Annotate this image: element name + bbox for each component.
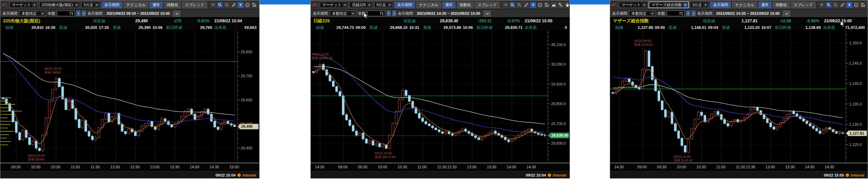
- indexation-button[interactable]: 指数化: [164, 2, 181, 8]
- instrument-select[interactable]: マザーズ総合指数 ▼: [649, 2, 689, 8]
- normal-mode-button[interactable]: 通常: [150, 2, 163, 8]
- count-decrement-button[interactable]: ▼: [387, 11, 391, 16]
- my-chart-icon[interactable]: MY: [251, 2, 257, 8]
- candle: [638, 88, 640, 89]
- wrench-icon[interactable]: [558, 2, 563, 8]
- candlestick-chart[interactable]: 1,125.01,130.01,135.01,140.01,145.01,150…: [610, 31, 868, 162]
- count-decrement-button[interactable]: ▼: [76, 11, 80, 16]
- candlestick-chart[interactable]: 29,40029,50029,60029,70029,80009/22 10:3…: [0, 31, 259, 162]
- count-increment-button[interactable]: ▲: [82, 11, 86, 16]
- count-mode-select[interactable]: 本数指定 ▼: [330, 11, 356, 16]
- chart-area[interactable]: 29,40029,50029,60029,70029,80009/22 10:3…: [0, 31, 259, 162]
- chain-icon: [611, 3, 616, 7]
- link-icon[interactable]: 1: [611, 3, 617, 7]
- normal-mode-button[interactable]: 通常: [442, 2, 455, 8]
- chevron-down-icon: ▼: [650, 12, 655, 15]
- info-icon[interactable]: i: [853, 2, 859, 8]
- area-chart-icon[interactable]: [551, 2, 557, 8]
- yen-icon[interactable]: ¥: [238, 2, 243, 8]
- technical-button[interactable]: テクニカル: [732, 2, 757, 8]
- market-select[interactable]: マーケット ▼: [9, 2, 38, 8]
- yen-icon[interactable]: ¥: [530, 2, 536, 8]
- technical-button[interactable]: テクニカル: [416, 2, 441, 8]
- zoom-in-icon[interactable]: [510, 2, 515, 8]
- my-chart-icon[interactable]: MY: [860, 2, 866, 8]
- chart-window: 1 マーケット ▼ マザーズ総合指数 ▼ 5分足 ▼ 表示期間 テクニカル 通常…: [610, 0, 868, 179]
- background-window-titlebar: [570, 0, 610, 4]
- pencil-icon[interactable]: [523, 2, 529, 8]
- count-mode-select[interactable]: 本数指定 ▼: [629, 11, 656, 16]
- zoom-in-icon[interactable]: [826, 2, 832, 8]
- market-select[interactable]: マーケット ▼: [320, 2, 348, 8]
- pencil-icon[interactable]: [231, 2, 237, 8]
- spread-button[interactable]: スプレッド: [182, 2, 207, 8]
- count-input[interactable]: [667, 11, 685, 16]
- instrument-title: マザーズ総合指数: [613, 18, 703, 24]
- count-input[interactable]: [367, 11, 385, 16]
- timeframe-select-value: 5分足: [692, 2, 702, 8]
- display-period-button[interactable]: 表示期間: [710, 2, 731, 8]
- count-decrement-button[interactable]: ▼: [686, 11, 690, 16]
- reset-period-button[interactable]: ↵: [173, 11, 180, 16]
- instrument-select[interactable]: 日経225 ▼: [349, 2, 372, 8]
- current-price-tag-value: 29,490: [241, 124, 253, 128]
- zoom-out-icon[interactable]: [224, 2, 230, 8]
- y-axis-label: 29,600: [241, 98, 252, 102]
- timeframe-select[interactable]: 5分足 ▼: [374, 2, 393, 8]
- candle: [428, 124, 430, 126]
- pencil-icon[interactable]: [840, 2, 845, 8]
- info-icon[interactable]: i: [537, 2, 543, 8]
- candle: [329, 75, 331, 81]
- zoom-out-icon[interactable]: [516, 2, 522, 8]
- candle: [184, 112, 186, 116]
- candle: [85, 121, 87, 132]
- plus-icon[interactable]: +: [210, 2, 216, 8]
- candle: [645, 51, 647, 69]
- spread-button[interactable]: スプレッド: [791, 2, 816, 8]
- chevron-down-icon: ▼: [32, 3, 37, 7]
- reset-period-button[interactable]: ↵: [484, 11, 491, 16]
- candle: [124, 131, 127, 134]
- chart-annotation: 安値 29390: [28, 157, 44, 161]
- zoom-in-icon[interactable]: [217, 2, 223, 8]
- zoom-out-icon[interactable]: [833, 2, 839, 8]
- indexation-button[interactable]: 指数化: [457, 2, 474, 8]
- plus-icon[interactable]: +: [503, 2, 509, 8]
- indexation-button[interactable]: 指数化: [773, 2, 790, 8]
- count-mode-select[interactable]: 本数指定 ▼: [19, 11, 46, 16]
- info-icon[interactable]: i: [245, 2, 250, 8]
- candle: [757, 107, 759, 110]
- time-axis-label: 12:00: [110, 165, 120, 169]
- chart-area[interactable]: 29,600.029,700.029,800.029,900.030,000.0…: [311, 31, 570, 162]
- candle: [359, 133, 361, 135]
- count-input[interactable]: [57, 11, 75, 16]
- count-increment-button[interactable]: ▲: [692, 11, 695, 16]
- yen-icon[interactable]: ¥: [846, 2, 852, 8]
- y-axis-label: 29,900.0: [551, 82, 566, 86]
- technical-button[interactable]: テクニカル: [123, 2, 148, 8]
- spread-button[interactable]: スプレッド: [475, 2, 500, 8]
- reset-period-button[interactable]: ↵: [783, 11, 790, 16]
- timeframe-select[interactable]: 5分足 ▼: [690, 2, 709, 8]
- candlestick-chart[interactable]: 29,600.029,700.029,800.029,900.030,000.0…: [311, 31, 570, 162]
- count-increment-button[interactable]: ▲: [392, 11, 396, 16]
- time-axis-label: 11:00: [716, 165, 725, 169]
- candle: [521, 133, 523, 135]
- chart-area[interactable]: 1,125.01,130.01,135.01,140.01,145.01,150…: [610, 31, 868, 162]
- normal-mode-button[interactable]: 通常: [759, 2, 772, 8]
- candle: [684, 146, 686, 152]
- link-icon[interactable]: 1: [2, 3, 8, 7]
- open-value: 1,137.88: [623, 25, 653, 30]
- link-icon[interactable]: 1: [312, 3, 318, 7]
- my-chart-icon[interactable]: MY: [544, 2, 550, 8]
- timeframe-select[interactable]: 5分足 ▼: [81, 2, 100, 8]
- candle: [395, 112, 397, 124]
- display-period-button[interactable]: 表示期間: [102, 2, 122, 8]
- display-period-button[interactable]: 表示期間: [394, 2, 415, 8]
- instrument-select[interactable]: 225先物大阪(期近) ▼: [39, 2, 80, 8]
- instrument-select-value: マザーズ総合指数: [651, 2, 682, 8]
- quote-row-1: マザーズ総合指数 現在値 1,127.81 -10.88 -0.96% 21/0…: [610, 18, 868, 24]
- plus-icon[interactable]: +: [819, 2, 825, 8]
- market-select[interactable]: マーケット ▼: [619, 2, 647, 8]
- printer-icon[interactable]: [564, 2, 570, 8]
